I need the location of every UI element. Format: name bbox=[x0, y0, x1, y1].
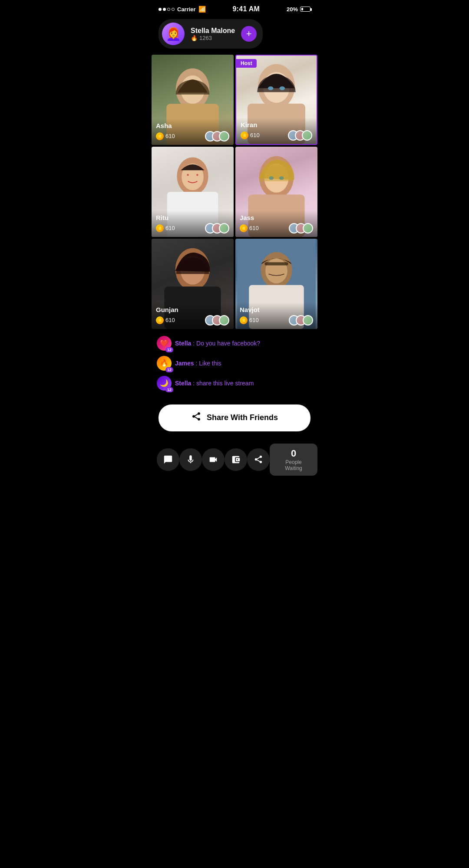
cell-coins-navjot: ⭐ 610 bbox=[240, 316, 259, 324]
share-button-wrap: Share With Friends bbox=[150, 401, 319, 438]
cell-name-gunjan: Gunjan bbox=[156, 306, 229, 313]
cell-name-asha: Asha bbox=[156, 122, 229, 129]
share-button-icon bbox=[191, 411, 201, 424]
chat-avatar-wrap-3: 🌙 12 bbox=[157, 376, 172, 391]
cell-bottom-navjot: ⭐ 610 bbox=[240, 315, 313, 326]
cell-overlay-asha: Asha ⭐ 610 bbox=[152, 118, 234, 145]
coin-icon-navjot: ⭐ bbox=[240, 316, 248, 324]
coin-value-jass: 610 bbox=[249, 225, 259, 231]
video-nav-button[interactable] bbox=[202, 448, 225, 471]
coin-value-navjot: 610 bbox=[249, 317, 259, 323]
chat-username-1: Stella bbox=[175, 340, 191, 347]
video-cell-navjot[interactable]: Navjot ⭐ 610 bbox=[235, 239, 317, 329]
cell-name-navjot: Navjot bbox=[240, 306, 313, 313]
svg-rect-25 bbox=[264, 262, 288, 265]
dot-4 bbox=[172, 8, 175, 11]
battery-fill bbox=[301, 8, 303, 10]
coin-value-kiran: 610 bbox=[250, 132, 260, 138]
bottom-nav: 0 People Waiting bbox=[150, 438, 319, 484]
status-time: 9:41 AM bbox=[232, 5, 260, 13]
chat-text-2: James : Like this bbox=[175, 360, 221, 367]
chat-message-text-2: Like this bbox=[199, 360, 221, 367]
chat-nav-button[interactable] bbox=[157, 448, 179, 471]
chat-icon bbox=[163, 455, 173, 464]
mic-icon bbox=[186, 455, 195, 464]
mic-nav-button[interactable] bbox=[179, 448, 202, 471]
chat-separator-3: : bbox=[193, 380, 196, 387]
chat-message-text-3: share this live stream bbox=[196, 380, 254, 387]
mini-avatar-3 bbox=[219, 131, 229, 141]
people-waiting-panel: 0 People Waiting bbox=[270, 444, 317, 476]
mic-nav-circle bbox=[179, 448, 202, 471]
video-cell-kiran[interactable]: Host Kiran ⭐ 610 bbox=[235, 55, 317, 145]
avatar: 👩‍🦰 bbox=[162, 23, 185, 45]
svg-point-7 bbox=[280, 86, 285, 90]
wallet-icon bbox=[231, 455, 241, 464]
chat-text-1: Stella : Do you have facebook? bbox=[175, 340, 260, 347]
share-with-friends-button[interactable]: Share With Friends bbox=[159, 404, 310, 431]
cell-coins-jass: ⭐ 610 bbox=[240, 224, 259, 232]
chat-level-3: 12 bbox=[165, 387, 173, 392]
coin-icon-kiran: ⭐ bbox=[241, 132, 248, 139]
cell-overlay-gunjan: Gunjan ⭐ 610 bbox=[152, 302, 234, 329]
chat-area: ❤️ 12 Stella : Do you have facebook? 🔥 1… bbox=[150, 329, 319, 401]
cell-avatars-navjot bbox=[289, 315, 313, 326]
dot-1 bbox=[159, 8, 162, 11]
coin-value-asha: 610 bbox=[165, 133, 175, 139]
coin-value-gunjan: 610 bbox=[165, 317, 175, 323]
user-header: 👩‍🦰 Stella Malone 🔥 1263 + bbox=[159, 19, 263, 49]
video-cell-jass[interactable]: Jass ⭐ 610 bbox=[235, 147, 317, 237]
svg-point-16 bbox=[269, 176, 274, 180]
video-cell-ritu[interactable]: Ritu ⭐ 610 bbox=[152, 147, 234, 237]
wallet-nav-button[interactable] bbox=[225, 448, 247, 471]
wifi-icon: 📶 bbox=[198, 6, 206, 13]
cell-coins-kiran: ⭐ 610 bbox=[241, 132, 260, 139]
cell-overlay-navjot: Navjot ⭐ 610 bbox=[235, 302, 317, 329]
cell-overlay-kiran: Kiran ⭐ 610 bbox=[236, 118, 317, 144]
chat-message-2: 🔥 12 James : Like this bbox=[157, 356, 312, 371]
cell-bottom-ritu: ⭐ 610 bbox=[156, 223, 229, 233]
coin-icon-gunjan: ⭐ bbox=[156, 316, 164, 324]
chat-message-text-1: Do you have facebook? bbox=[196, 340, 260, 347]
wallet-nav-circle bbox=[225, 448, 247, 471]
video-grid: Asha ⭐ 610 Host bbox=[152, 55, 317, 329]
mini-avatar-k3 bbox=[302, 130, 312, 141]
chat-level-2: 12 bbox=[165, 367, 173, 372]
cell-bottom-jass: ⭐ 610 bbox=[240, 223, 313, 233]
battery-icon bbox=[300, 7, 310, 12]
cell-name-jass: Jass bbox=[240, 214, 313, 221]
video-nav-circle bbox=[202, 448, 225, 471]
cell-bottom-asha: ⭐ 610 bbox=[156, 131, 229, 141]
cell-coins-ritu: ⭐ 610 bbox=[156, 224, 175, 232]
chat-text-3: Stella : share this live stream bbox=[175, 380, 254, 387]
status-right: 20% bbox=[287, 6, 310, 13]
host-badge: Host bbox=[236, 59, 257, 68]
svg-point-23 bbox=[265, 258, 287, 283]
status-left: Carrier 📶 bbox=[159, 6, 206, 13]
video-cell-gunjan[interactable]: Gunjan ⭐ 610 bbox=[152, 239, 234, 329]
video-cell-asha[interactable]: Asha ⭐ 610 bbox=[152, 55, 234, 145]
cell-avatars-ritu bbox=[205, 223, 229, 233]
share-button-label: Share With Friends bbox=[207, 413, 278, 422]
user-score: 🔥 1263 bbox=[191, 35, 235, 41]
video-icon bbox=[208, 455, 218, 464]
chat-avatar-wrap-2: 🔥 12 bbox=[157, 356, 172, 371]
mini-avatar-r3 bbox=[219, 223, 229, 233]
chat-username-2: James bbox=[175, 360, 194, 367]
coin-icon-ritu: ⭐ bbox=[156, 224, 164, 232]
cell-overlay-jass: Jass ⭐ 610 bbox=[235, 210, 317, 237]
signal-dots bbox=[159, 8, 175, 11]
cell-avatars-asha bbox=[205, 131, 229, 141]
cell-avatars-jass bbox=[289, 223, 313, 233]
follow-button[interactable]: + bbox=[241, 26, 257, 42]
svg-point-17 bbox=[279, 176, 284, 180]
cell-coins-asha: ⭐ 610 bbox=[156, 132, 175, 140]
cell-name-ritu: Ritu bbox=[156, 214, 229, 221]
carrier-label: Carrier bbox=[177, 6, 196, 13]
coin-icon-jass: ⭐ bbox=[240, 224, 248, 232]
svg-point-11 bbox=[187, 174, 189, 176]
cell-avatars-gunjan bbox=[205, 315, 229, 326]
share-nav-button[interactable] bbox=[247, 448, 270, 471]
coin-value-ritu: 610 bbox=[165, 225, 175, 231]
cell-bottom-gunjan: ⭐ 610 bbox=[156, 315, 229, 326]
